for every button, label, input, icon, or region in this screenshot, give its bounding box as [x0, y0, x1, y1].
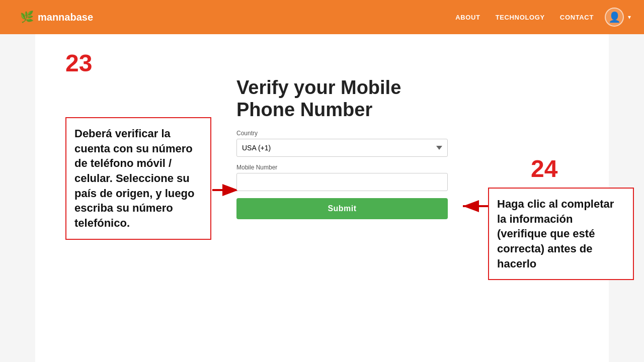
page-title: Verify your Mobile Phone Number — [236, 77, 463, 121]
country-label: Country — [236, 130, 448, 137]
mobile-number-input[interactable] — [236, 173, 448, 191]
step-24-label: 24 — [531, 155, 557, 183]
mobile-number-label: Mobile Number — [236, 164, 448, 171]
country-select[interactable]: USA (+1) — [236, 139, 448, 157]
user-avatar-button[interactable]: 👤 — [605, 8, 624, 27]
logo-text: mannabase — [38, 12, 93, 23]
logo-icon: 🌿 — [20, 11, 34, 24]
logo-area: 🌿 mannabase — [20, 11, 93, 24]
nav-links: ABOUT TECHNOLOGY CONTACT — [455, 14, 594, 21]
nav-about[interactable]: ABOUT — [455, 14, 480, 21]
step-23-label: 23 — [65, 49, 92, 77]
nav-contact[interactable]: CONTACT — [560, 14, 594, 21]
submit-button[interactable]: Submit — [236, 198, 448, 219]
form-area: Country USA (+1) Mobile Number Submit — [236, 130, 448, 219]
annotation-24-box: Haga clic al completar la información (v… — [488, 188, 634, 280]
avatar-caret-icon: ▾ — [628, 14, 631, 21]
navbar: 🌿 mannabase ABOUT TECHNOLOGY CONTACT 👤 ▾ — [0, 0, 644, 34]
nav-technology[interactable]: TECHNOLOGY — [496, 14, 545, 21]
user-icon: 👤 — [608, 11, 621, 23]
annotation-23-box: Deberá verificar la cuenta con su número… — [65, 117, 211, 240]
main-content: 23 Verify your Mobile Phone Number Deber… — [35, 34, 609, 362]
